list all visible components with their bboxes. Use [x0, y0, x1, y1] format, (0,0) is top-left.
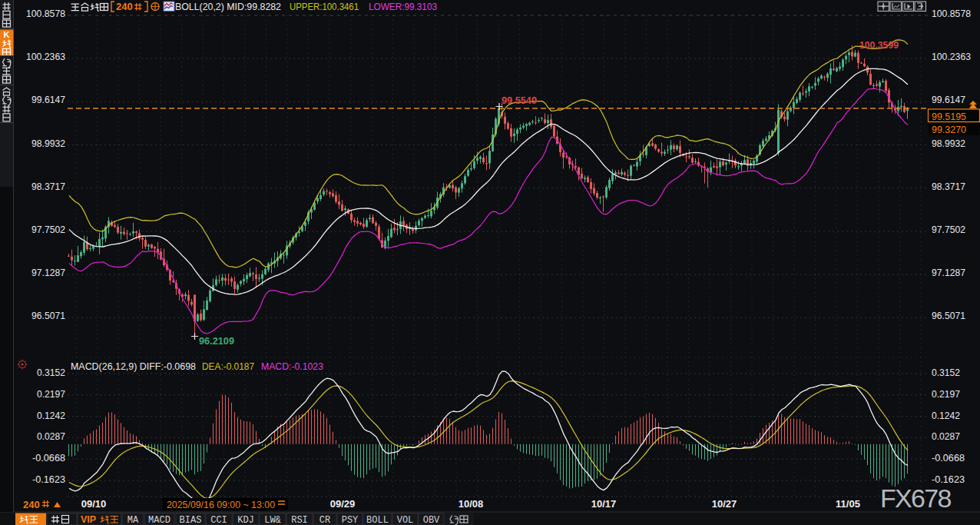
svg-text:BIAS: BIAS [180, 515, 202, 525]
svg-text:10/27: 10/27 [712, 498, 737, 510]
svg-text:2025/09/16 09:00 ~ 13:00: 2025/09/16 09:00 ~ 13:00 [167, 499, 275, 510]
svg-text:240: 240 [116, 1, 133, 12]
svg-text:0.2197: 0.2197 [37, 388, 65, 400]
svg-text:MACD(26,12,9) DIFF:-0.0698: MACD(26,12,9) DIFF:-0.0698 [71, 361, 196, 372]
svg-text:09/10: 09/10 [81, 498, 107, 510]
svg-text:RSI: RSI [291, 515, 308, 525]
svg-text:FX678: FX678 [880, 483, 953, 513]
svg-text:-0.0668: -0.0668 [932, 452, 965, 464]
svg-text:100.8578: 100.8578 [932, 8, 971, 19]
svg-text:97.1287: 97.1287 [932, 267, 965, 278]
svg-text:98.3717: 98.3717 [31, 181, 65, 192]
svg-text:BOLL(20,2) MID:99.8282: BOLL(20,2) MID:99.8282 [175, 1, 281, 12]
svg-text:VIP: VIP [81, 514, 96, 525]
svg-text:0.1242: 0.1242 [37, 410, 65, 421]
svg-text:96.5071: 96.5071 [31, 310, 65, 321]
svg-text:09/29: 09/29 [330, 498, 356, 510]
svg-text:VOL: VOL [397, 515, 414, 525]
svg-text:10/08: 10/08 [459, 498, 484, 510]
svg-text:LOWER:99.3103: LOWER:99.3103 [369, 1, 437, 12]
svg-text:99.3270: 99.3270 [932, 124, 966, 135]
svg-text:0.1242: 0.1242 [932, 410, 960, 421]
svg-text:10/17: 10/17 [591, 498, 617, 510]
svg-text:LW&: LW& [264, 515, 281, 525]
svg-text:100.3599: 100.3599 [859, 40, 899, 51]
svg-text:97.1287: 97.1287 [31, 267, 65, 278]
svg-text:0.2197: 0.2197 [932, 388, 960, 400]
svg-text:100.8578: 100.8578 [26, 8, 65, 19]
svg-text:0.0287: 0.0287 [37, 430, 65, 442]
svg-text:0.0287: 0.0287 [932, 430, 960, 442]
svg-text:DEA:-0.0187: DEA:-0.0187 [202, 361, 254, 372]
svg-text:96.2109: 96.2109 [199, 336, 234, 347]
svg-text:98.3717: 98.3717 [932, 181, 965, 192]
svg-text:PSY: PSY [342, 515, 359, 525]
svg-text:BOLL: BOLL [366, 515, 389, 525]
svg-text:98.9932: 98.9932 [932, 138, 965, 149]
svg-text:MA: MA [127, 515, 139, 525]
svg-text:OBV: OBV [423, 515, 440, 525]
svg-text:99.6147: 99.6147 [932, 94, 965, 105]
svg-text:97.7502: 97.7502 [932, 224, 965, 235]
svg-text:-0.1623: -0.1623 [32, 473, 65, 485]
svg-text:KDJ: KDJ [237, 515, 254, 525]
svg-text:CCI: CCI [210, 515, 227, 525]
svg-text:96.5071: 96.5071 [932, 310, 965, 321]
svg-text:MACD:-0.1023: MACD:-0.1023 [261, 361, 323, 372]
svg-text:97.7502: 97.7502 [31, 224, 65, 235]
svg-text:100.2363: 100.2363 [932, 51, 971, 62]
svg-text:240: 240 [23, 499, 40, 510]
svg-text:99.5549: 99.5549 [502, 95, 537, 106]
svg-text:UPPER:100.3461: UPPER:100.3461 [290, 1, 359, 12]
svg-text:98.9932: 98.9932 [31, 138, 65, 149]
svg-text:0.3152: 0.3152 [37, 367, 65, 378]
svg-text:11/05: 11/05 [836, 498, 860, 510]
svg-text:-0.0668: -0.0668 [32, 452, 65, 464]
svg-text:MACD: MACD [148, 515, 171, 525]
svg-text:100.2363: 100.2363 [26, 51, 65, 62]
svg-text:99.5195: 99.5195 [932, 111, 966, 122]
svg-text:0.3152: 0.3152 [932, 367, 960, 378]
svg-text:CR: CR [319, 515, 330, 525]
svg-text:K: K [4, 30, 10, 39]
svg-text:99.6147: 99.6147 [31, 94, 65, 105]
